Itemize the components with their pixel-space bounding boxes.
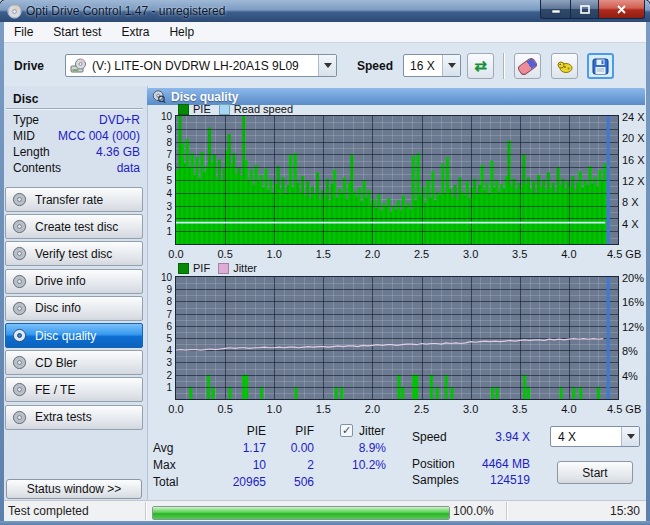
sidebar-item-label: FE / TE [35, 383, 75, 397]
eraser-icon [517, 56, 539, 76]
window-border-right [646, 22, 650, 525]
disc-icon [12, 328, 27, 343]
sidebar-item-cd-bler[interactable]: CD Bler [5, 350, 143, 375]
pif-x-tick: 0.0 [161, 403, 191, 415]
sidebar-item-verify-test-disc[interactable]: Verify test disc [5, 241, 143, 266]
pif-chart-canvas[interactable] [176, 277, 618, 399]
statusbar-divider [145, 502, 146, 520]
save-button[interactable] [587, 53, 614, 79]
sidebar-item-label: Transfer rate [35, 193, 103, 207]
close-icon [616, 5, 627, 14]
pif-x-tick: 4.0 [554, 403, 584, 415]
sidebar-item-disc-info[interactable]: Disc info [5, 296, 143, 321]
sidebar-item-create-test-disc[interactable]: Create test disc [5, 214, 143, 239]
position-stat-value: 4464 MB [470, 457, 530, 471]
sidebar-item-disc-quality[interactable]: Disc quality [5, 323, 143, 348]
pie-y-tick: 6 [150, 162, 172, 173]
pif-x-tick: 1.5 [308, 403, 338, 415]
pie-y-tick: 8 [150, 137, 172, 148]
sidebar-item-label: Verify test disc [35, 247, 112, 261]
pie-y-tick: 4 [150, 188, 172, 199]
drive-icon [70, 58, 87, 73]
pie-y-tick: 10 [150, 111, 172, 122]
progress-bar [152, 506, 450, 520]
sidebar-item-transfer-rate[interactable]: Transfer rate [5, 187, 143, 212]
sidebar-item-label: Disc quality [35, 329, 96, 343]
minimize-button[interactable] [540, 0, 571, 19]
disc-type-value: DVD+R [40, 113, 140, 127]
test-speed-select-arrow[interactable] [621, 427, 639, 446]
pif-y-tick: 4 [150, 345, 172, 356]
window-border-bottom [0, 521, 650, 525]
pie-y-tick: 3 [150, 201, 172, 212]
speed-select-arrow[interactable] [442, 55, 460, 76]
drive-label: Drive [14, 59, 44, 73]
drive-select-arrow[interactable] [318, 55, 336, 76]
chevron-down-icon [324, 63, 332, 68]
sidebar-item-drive-info[interactable]: Drive info [5, 269, 143, 294]
pie-y-tick: 7 [150, 149, 172, 160]
pie-x-tick: 2.5 [407, 248, 437, 260]
pie-y-tick: 9 [150, 124, 172, 135]
pif-max: 2 [264, 458, 314, 472]
pie-total: 20965 [216, 475, 266, 489]
pie-x-tick: 0.5 [210, 248, 240, 260]
jitter-checkbox[interactable]: ✓ [340, 424, 353, 437]
sidebar-item-extra-tests[interactable]: Extra tests [5, 405, 143, 430]
pie-chart-canvas[interactable] [176, 116, 618, 244]
jitter-max: 10.2% [336, 458, 386, 472]
pie-x-tick: 3.5 [505, 248, 535, 260]
disc-icon [12, 355, 27, 370]
pif-y-tick: 6 [150, 321, 172, 332]
pif-y-tick: 8 [150, 296, 172, 307]
menu-extra[interactable]: Extra [111, 23, 159, 41]
title-bar[interactable]: Opti Drive Control 1.47 - unregistered [0, 0, 650, 22]
jitter-col-header: Jitter [359, 424, 385, 438]
disc-type-label: Type [13, 113, 39, 127]
disc-length-value: 4.36 GB [40, 145, 140, 159]
jitter-legend-label: Jitter [233, 262, 257, 274]
pie-y-tick: 1 [150, 226, 172, 237]
window-title: Opti Drive Control 1.47 - unregistered [26, 4, 225, 18]
sidebar-item-label: Extra tests [35, 410, 92, 424]
statusbar-divider2 [506, 502, 507, 520]
pif-x-tick: 2.5 [407, 403, 437, 415]
pif-total: 506 [264, 475, 314, 489]
pif-x-tick: 3.5 [505, 403, 535, 415]
disc-quality-icon [152, 90, 166, 103]
start-button[interactable]: Start [557, 461, 633, 484]
maximize-icon [580, 5, 590, 14]
pie-x-tick: 1.0 [259, 248, 289, 260]
pif-x-tick: 2.0 [357, 403, 387, 415]
sidebar-item-label: Create test disc [35, 220, 118, 234]
avg-row-label: Avg [153, 441, 173, 455]
read-speed-legend-label: Read speed [234, 103, 293, 115]
disc-icon [12, 274, 27, 289]
disc-icon [12, 192, 27, 207]
bee-icon [556, 58, 574, 74]
test-speed-select[interactable]: 4 X [550, 426, 640, 447]
bee-button[interactable] [551, 53, 578, 79]
status-window-button[interactable]: Status window >> [6, 479, 142, 499]
erase-disc-button[interactable] [514, 53, 541, 79]
refresh-drives-button[interactable]: ⇄ [467, 53, 494, 79]
pie-col-header: PIE [216, 424, 266, 438]
disc-icon [12, 246, 27, 261]
drive-select[interactable]: (V:) LITE-ON DVDRW LH-20A1S 9L09 [65, 54, 337, 77]
maximize-button[interactable] [571, 0, 599, 19]
menu-start-test[interactable]: Start test [43, 23, 111, 41]
speed-select[interactable]: 16 X [403, 54, 461, 77]
disc-contents-value: data [40, 161, 140, 175]
menu-file[interactable]: File [4, 23, 43, 41]
sidebar-item-fe-te[interactable]: FE / TE [5, 377, 143, 402]
pie-chart-legend: PIE Read speed [178, 103, 293, 115]
chevron-down-icon [448, 63, 456, 68]
close-button[interactable] [599, 0, 645, 19]
disc-mid-label: MID [13, 129, 35, 143]
menu-help[interactable]: Help [159, 23, 204, 41]
window-border-left [0, 22, 4, 525]
pif-y-tick: 2 [150, 370, 172, 381]
jitter-legend-swatch [218, 263, 229, 274]
pif-y-tick: 9 [150, 284, 172, 295]
pie-x-tick: 4.5 GB [607, 248, 650, 260]
